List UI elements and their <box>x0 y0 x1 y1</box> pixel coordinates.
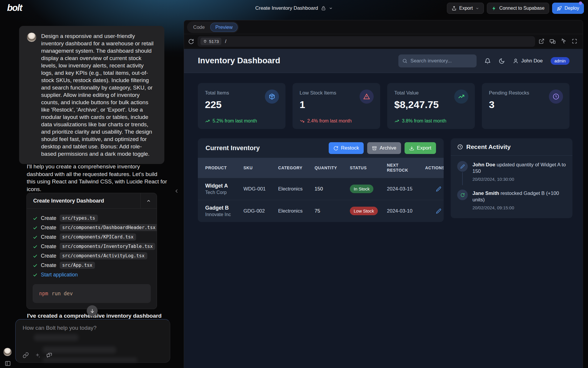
scroll-to-bottom-button[interactable] <box>87 305 98 316</box>
check-icon <box>33 235 38 240</box>
kpi-trend: 2.4% from last month <box>300 118 352 124</box>
column-header: Status <box>350 158 367 178</box>
kpi-card-total-items: Total Items 225 5.2% from last month <box>198 83 285 129</box>
product-category: Electronics <box>278 208 303 214</box>
reload-icon[interactable] <box>188 39 194 44</box>
activity-item: John Doe updated quantity of Widget A to… <box>457 161 566 183</box>
build-steps-list: Create src/types.ts Create src/component… <box>27 209 157 281</box>
file-chip[interactable]: src/components/InventoryTable.tsx <box>60 243 156 250</box>
check-icon <box>33 216 38 221</box>
port-pill[interactable]: 5173 <box>201 38 221 45</box>
inventory-title: Current Inventory <box>206 144 325 152</box>
person-icon <box>513 58 519 64</box>
timeline-connector <box>462 172 463 185</box>
sidebar-toggle-icon[interactable] <box>5 360 11 367</box>
build-step: Create src/types.ts <box>33 213 151 223</box>
start-application-link[interactable]: Start application <box>41 272 78 278</box>
product-quantity[interactable]: 150 <box>315 186 323 192</box>
supabase-icon <box>492 6 497 11</box>
bolt-logo[interactable]: bolt <box>7 3 22 13</box>
plug-icon <box>203 39 207 43</box>
file-chip[interactable]: src/components/ActivityLog.tsx <box>60 252 147 259</box>
export-inventory-button[interactable]: Export <box>405 142 436 154</box>
notification-dot <box>579 1 582 5</box>
tab-preview[interactable]: Preview <box>210 23 238 32</box>
restock-button[interactable]: Restock <box>329 142 364 154</box>
product-supplier: Tech Corp <box>205 190 228 195</box>
build-steps-header: Create Inventory Dashboard <box>27 193 157 209</box>
trend-down-icon <box>300 119 305 124</box>
status-badge: In Stock <box>350 185 373 193</box>
role-badge: admin <box>551 57 569 65</box>
start-application-step: Start application <box>33 270 151 279</box>
search-icon <box>402 58 407 64</box>
product-name: Widget A <box>205 183 228 189</box>
account-avatar[interactable] <box>3 348 12 356</box>
arrow-down-icon <box>90 308 95 314</box>
activity-user: John Doe <box>472 162 495 168</box>
inventory-row[interactable]: Gadget B Innovate Inc GDG-002 Electronic… <box>198 200 444 222</box>
download-icon <box>409 146 414 151</box>
fullscreen-icon[interactable] <box>572 38 577 44</box>
app-preview-frame: Inventory Dashboard <box>184 49 583 368</box>
dark-mode-toggle-icon[interactable] <box>499 58 505 64</box>
export-button[interactable]: Export <box>447 3 484 14</box>
rocket-icon <box>557 6 562 11</box>
inventory-row[interactable]: Widget A Tech Corp WDG-001 Electronics 1… <box>198 178 444 200</box>
file-chip[interactable]: src/components/KPICard.tsx <box>60 233 136 241</box>
alert-triangle-icon <box>360 89 374 104</box>
product-quantity[interactable]: 75 <box>315 208 320 214</box>
collapse-steps-button[interactable] <box>140 193 157 208</box>
url-input[interactable]: 5173 / <box>198 36 535 47</box>
tab-code[interactable]: Code <box>188 23 210 32</box>
chat-bubbles-icon[interactable] <box>46 352 52 358</box>
workbench-panel: Code Preview 5173 / <box>184 20 583 368</box>
file-chip[interactable]: src/components/DashboardHeader.tsx <box>60 224 157 231</box>
topbar-actions: Export Connect to Supabase Deploy <box>447 3 584 14</box>
project-title-group[interactable]: Create Inventory Dashboard <box>255 0 333 16</box>
attach-link-icon[interactable] <box>23 352 29 358</box>
column-header: Category <box>278 158 303 178</box>
edit-pencil-icon[interactable] <box>436 208 441 214</box>
current-inventory-panel: Current Inventory Restock Archive Export… <box>198 138 444 222</box>
refresh-icon <box>457 190 468 200</box>
kpi-trend: 3.8% from last month <box>394 118 446 124</box>
kpi-card-pending-restocks: Pending Restocks 3 <box>482 83 569 129</box>
check-icon <box>33 225 38 230</box>
status-badge: Low Stock <box>350 207 378 215</box>
archive-button[interactable]: Archive <box>367 142 401 154</box>
inventory-search-input[interactable] <box>410 58 475 64</box>
inspect-cursor-icon[interactable] <box>561 38 567 44</box>
blurred-text <box>43 358 137 362</box>
chat-input-field[interactable] <box>23 325 161 342</box>
check-icon <box>33 263 38 268</box>
collapse-chat-chevron[interactable] <box>174 188 179 194</box>
command-name: npm <box>39 291 48 296</box>
clock-icon <box>549 89 563 104</box>
chevron-down-icon <box>329 6 333 10</box>
user-menu[interactable]: John Doe <box>513 58 543 64</box>
sparkles-icon[interactable] <box>34 352 41 358</box>
activity-timestamp: 20/02/2024, 10:30:00 <box>472 176 566 183</box>
file-chip[interactable]: src/App.tsx <box>60 262 95 269</box>
edit-pencil-icon[interactable] <box>436 186 441 192</box>
activity-timestamp: 20/02/2024, 09:15:00 <box>472 205 566 211</box>
chat-input-box <box>15 319 170 363</box>
connect-supabase-button[interactable]: Connect to Supabase <box>487 3 549 14</box>
responsive-devices-icon[interactable] <box>549 38 556 44</box>
next-restock-date: 2024-03-15 <box>387 186 412 192</box>
inventory-search-box <box>398 54 477 67</box>
chevron-down-icon <box>475 6 479 10</box>
file-chip[interactable]: src/types.ts <box>60 215 98 222</box>
kpi-cards-row: Total Items 225 5.2% from last month Low… <box>198 83 569 129</box>
terminal-command-block: npm run dev <box>33 284 151 303</box>
pencil-icon <box>457 161 468 172</box>
kpi-card-low-stock: Low Stock Items 1 2.4% from last month <box>293 83 380 129</box>
user-name: John Doe <box>521 58 543 64</box>
bell-icon[interactable] <box>485 58 491 64</box>
check-icon <box>33 253 38 258</box>
check-icon <box>33 272 38 277</box>
open-external-icon[interactable] <box>539 38 544 44</box>
deploy-button[interactable]: Deploy <box>552 3 584 14</box>
clock-icon <box>457 144 463 150</box>
